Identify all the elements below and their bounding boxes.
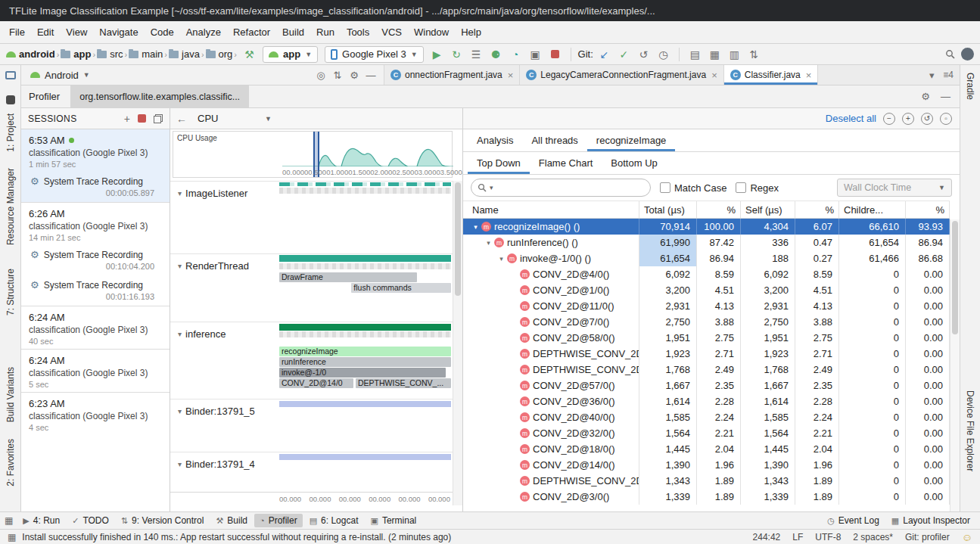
session-group[interactable]: 6:23 AMclassification (Google Pixel 3)4 … <box>21 392 170 435</box>
breadcrumb-app[interactable]: app <box>61 48 91 60</box>
session-item[interactable]: 6:53 AMclassification (Google Pixel 3)1 … <box>21 129 170 172</box>
menu-edit[interactable]: Edit <box>31 24 60 40</box>
menu-window[interactable]: Window <box>408 24 455 40</box>
trace-span[interactable]: runInference <box>279 357 451 367</box>
menu-refactor[interactable]: Refactor <box>227 24 276 40</box>
feedback-smiley-icon[interactable]: ☺ <box>962 531 972 543</box>
menu-run[interactable]: Run <box>310 24 341 40</box>
profiler-session-tab[interactable]: org.tensorflow.lite.examples.classific..… <box>70 85 249 107</box>
table-row[interactable]: CONV_2D@3/0()1,3391.891,3391.8900.00 <box>463 489 950 505</box>
hidden-tabs-button[interactable]: ≡4 <box>943 70 954 80</box>
attach-debugger-button[interactable]: ▣ <box>527 46 544 63</box>
indent-widget[interactable]: 2 spaces* <box>853 532 893 542</box>
editor-tab-legacycameraconnectionfragment-java[interactable]: LegacyCameraConnectionFragment.java× <box>520 65 723 85</box>
trace-span[interactable]: flush commands <box>351 283 451 293</box>
tool-stripe-build-variants[interactable]: Build Variants <box>5 367 16 422</box>
menu-vcs[interactable]: VCS <box>375 24 408 40</box>
git-branch-widget[interactable]: Git: profiler <box>905 532 950 542</box>
session-group[interactable]: 6:53 AMclassification (Google Pixel 3)1 … <box>21 129 170 202</box>
chevron-down-icon[interactable]: ▾ <box>923 70 940 81</box>
thread-label[interactable]: ▾Binder:13791_5 <box>178 406 255 417</box>
thread-label[interactable]: ▾ImageListener <box>178 188 247 199</box>
toolwindow-button-9-version-control[interactable]: ⇅9: Version Control <box>116 514 210 527</box>
trace-span[interactable]: DrawFrame <box>279 272 417 282</box>
close-tab-icon[interactable]: × <box>806 70 812 81</box>
status-message[interactable]: Install successfully finished in 140 ms.… <box>22 532 451 542</box>
collapse-thread-icon[interactable]: ▾ <box>178 407 182 415</box>
collapse-thread-icon[interactable]: ▾ <box>178 460 182 468</box>
zoom-out-button[interactable]: − <box>883 113 895 125</box>
add-session-button[interactable]: + <box>124 113 130 125</box>
gear-icon[interactable]: ⚙ <box>921 91 930 102</box>
session-recording-item[interactable]: ⚙System Trace Recording00:00:05.897 <box>21 172 170 202</box>
window-switcher-icon[interactable]: ▦ <box>5 515 13 526</box>
hide-panel-icon[interactable]: — <box>941 91 950 102</box>
status-grid-icon[interactable]: ▦ <box>8 532 16 542</box>
deselect-all-link[interactable]: Deselect all <box>826 113 876 124</box>
profile-button[interactable]: ◔ <box>507 46 524 63</box>
trace-span[interactable]: CONV_2D@14/0 <box>279 378 353 388</box>
table-row[interactable]: CONV_2D@32/0()1,5642.211,5642.2100.00 <box>463 425 950 441</box>
breadcrumb-org[interactable]: org <box>206 48 233 60</box>
tool-stripe-resource-manager[interactable]: Resource Manager <box>5 168 16 245</box>
column-header-total-s[interactable]: Total (µs) <box>639 201 697 218</box>
toolwindow-button-layout-inspector[interactable]: ▦Layout Inspector <box>886 514 975 527</box>
table-row[interactable]: CONV_2D@11/0()2,9314.132,9314.1300.00 <box>463 298 950 314</box>
tab-recognizeimage[interactable]: recognizeImage <box>587 129 676 151</box>
sync-project-icon[interactable]: ⇅ <box>745 46 763 63</box>
zoom-to-selection-button[interactable]: ▫ <box>940 113 952 125</box>
apply-changes-button[interactable]: ↻ <box>448 46 465 63</box>
menu-tools[interactable]: Tools <box>341 24 375 40</box>
table-row[interactable]: DEPTHWISE_CONV_2D1,3431.891,3431.8900.00 <box>463 473 950 489</box>
session-recording-item[interactable]: ⚙System Trace Recording00:10:04.200 <box>21 245 170 275</box>
breadcrumb-android[interactable]: android <box>6 48 55 60</box>
emulator-icon[interactable] <box>5 71 16 79</box>
menu-code[interactable]: Code <box>145 24 180 40</box>
git-history-button[interactable]: ◷ <box>655 46 672 63</box>
scrollbar-thumb[interactable] <box>455 182 461 296</box>
search-history-icon[interactable]: ▾ <box>490 184 493 191</box>
run-configuration-select[interactable]: app ▼ <box>263 46 318 63</box>
session-group[interactable]: 6:24 AMclassification (Google Pixel 3)40… <box>21 306 170 349</box>
session-item[interactable]: 6:23 AMclassification (Google Pixel 3)4 … <box>21 393 170 435</box>
collapse-thread-icon[interactable]: ▾ <box>178 189 182 197</box>
tool-stripe-1-project[interactable]: 1: Project <box>5 113 16 152</box>
table-row[interactable]: CONV_2D@18/0()1,4452.041,4452.0400.00 <box>463 441 950 457</box>
tree-expander-icon[interactable]: ▾ <box>496 255 506 263</box>
clock-mode-select[interactable]: Wall Clock Time ▼ <box>837 179 952 197</box>
zoom-in-button[interactable]: + <box>902 113 914 125</box>
menu-file[interactable]: File <box>3 24 31 40</box>
build-hammer-icon[interactable]: ⚒ <box>241 46 258 63</box>
column-header-[interactable]: % <box>697 201 741 218</box>
subtab-bottom-up[interactable]: Bottom Up <box>602 152 666 174</box>
run-button[interactable]: ▶ <box>428 46 446 63</box>
device-manager-icon[interactable]: ▤ <box>686 46 704 63</box>
column-header-[interactable]: % <box>906 201 950 218</box>
gear-icon[interactable]: ⚙ <box>346 70 362 81</box>
session-group[interactable]: 6:26 AMclassification (Google Pixel 3)14… <box>21 202 170 306</box>
cpu-usage-chart[interactable]: CPU Usage 00.00000.50001.00001.50002.000… <box>173 131 453 178</box>
trace-span[interactable]: invoke@-1/0 <box>279 368 446 378</box>
locate-file-icon[interactable]: ◎ <box>313 70 329 81</box>
session-item[interactable]: 6:24 AMclassification (Google Pixel 3)40… <box>21 306 170 349</box>
table-row[interactable]: CONV_2D@58/0()1,9512.751,9512.7500.00 <box>463 330 950 346</box>
caret-position-widget[interactable]: 244:42 <box>753 532 781 542</box>
table-row[interactable]: CONV_2D@57/0()1,6672.351,6672.3500.00 <box>463 378 950 393</box>
toolwindow-button-event-log[interactable]: ◷Event Log <box>822 514 885 527</box>
tab-all-threads[interactable]: All threads <box>522 129 586 151</box>
table-row[interactable]: DEPTHWISE_CONV_2D1,9232.711,9232.7100.00 <box>463 346 950 362</box>
toolwindow-button-terminal[interactable]: ▣Terminal <box>365 514 422 527</box>
toolwindow-button-todo[interactable]: ✓TODO <box>67 514 114 527</box>
toolwindow-button-profiler[interactable]: ◔Profiler <box>254 514 303 527</box>
table-row[interactable]: CONV_2D@7/0()2,7503.882,7503.8800.00 <box>463 314 950 330</box>
table-row[interactable]: CONV_2D@4/0()6,0928.596,0928.5900.00 <box>463 266 950 282</box>
breadcrumb-java[interactable]: java <box>169 48 200 60</box>
session-recording-item[interactable]: ⚙System Trace Recording00:01:16.193 <box>21 275 170 306</box>
menu-build[interactable]: Build <box>276 24 310 40</box>
thread-label[interactable]: ▾RenderThread <box>178 260 249 272</box>
stop-recording-button[interactable] <box>138 114 146 123</box>
tool-stripe-device-file-explorer[interactable]: Device File Explorer <box>965 390 975 471</box>
session-item[interactable]: 6:24 AMclassification (Google Pixel 3)5 … <box>21 350 170 392</box>
toolwindow-button-6-logcat[interactable]: ▤6: Logcat <box>304 514 364 527</box>
editor-tab-classifier-java[interactable]: Classifier.java× <box>724 65 819 85</box>
